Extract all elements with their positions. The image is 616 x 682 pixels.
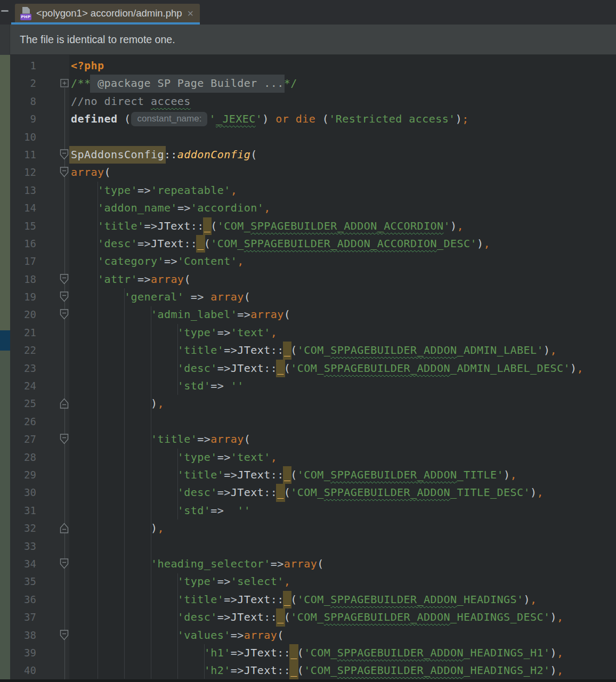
token: 'COM_ xyxy=(210,237,244,250)
token xyxy=(71,344,177,356)
code-line: 37 'desc'=>JText::_('COM_SPPAGEBUILDER_A… xyxy=(10,608,616,626)
line-number: 36 xyxy=(10,591,36,608)
code-line: 30 'desc'=>JText::_('COM_SPPAGEBUILDER_A… xyxy=(10,484,616,501)
token: => xyxy=(231,629,244,642)
fold-column xyxy=(36,75,69,92)
token: <?php xyxy=(71,59,104,72)
token: :: xyxy=(271,593,284,606)
token: ' xyxy=(209,112,216,125)
code-text: <?php xyxy=(69,57,616,75)
tab-admin-php[interactable]: PHP <polygon1> accordion/admin.php × xyxy=(15,4,200,22)
fold-column xyxy=(36,57,69,75)
token xyxy=(71,379,177,392)
code-text: 'general' => array( xyxy=(69,288,616,306)
token: => xyxy=(271,557,284,570)
fold-column xyxy=(36,360,69,377)
token: , xyxy=(550,344,557,356)
token xyxy=(71,184,98,197)
token: => xyxy=(224,468,237,481)
token: ' xyxy=(256,112,263,125)
token: ( xyxy=(284,362,291,375)
fold-toggle-icon[interactable] xyxy=(60,309,69,320)
token: 'general' xyxy=(124,290,184,303)
code-text: 'h2'=>JText::_('COM_SPPAGEBUILDER_ADDON_… xyxy=(69,662,616,679)
token: , xyxy=(557,664,564,677)
token xyxy=(71,237,98,250)
code-text: 'desc'=>JText::_('COM_SPPAGEBUILDER_ADDO… xyxy=(69,608,616,626)
token: 'COM_ xyxy=(304,664,337,677)
code-text: ), xyxy=(69,519,616,537)
token: , xyxy=(457,220,464,232)
fold-column xyxy=(36,110,69,128)
token: ( xyxy=(277,629,284,642)
token: , xyxy=(557,611,564,623)
line-number: 12 xyxy=(10,164,36,181)
tab-close-icon[interactable]: × xyxy=(182,8,194,19)
parameter-hint: constant_name: xyxy=(131,112,207,126)
code-line: 11SpAddonsConfig::addonConfig( xyxy=(10,146,616,164)
token: => xyxy=(137,273,151,286)
token: , xyxy=(271,326,278,339)
fold-column xyxy=(36,146,69,164)
token: 'repeatable' xyxy=(151,184,231,197)
token xyxy=(71,308,151,321)
token: //no direct xyxy=(71,95,151,108)
token: array xyxy=(71,166,104,178)
token: ) xyxy=(550,611,557,623)
line-number: 19 xyxy=(10,288,36,306)
token: 'title' xyxy=(177,468,224,481)
fold-toggle-icon[interactable] xyxy=(60,274,69,285)
token: 'title' xyxy=(151,433,197,445)
token: ) xyxy=(262,112,275,125)
fold-toggle-icon[interactable] xyxy=(60,434,69,444)
token: 'type' xyxy=(177,575,217,588)
token: :: xyxy=(164,148,177,161)
token: 'Content' xyxy=(177,255,237,267)
code-text: SpAddonsConfig::addonConfig( xyxy=(69,146,616,164)
fold-toggle-icon[interactable] xyxy=(60,558,69,569)
fold-toggle-icon[interactable] xyxy=(60,523,69,533)
fold-toggle-icon[interactable] xyxy=(60,291,69,302)
token: 'type' xyxy=(177,451,217,464)
code-text: 'title'=>JText::_('COM_SPPAGEBUILDER_ADD… xyxy=(69,342,616,359)
editor-tab-bar: PHP <polygon1> accordion/admin.php × xyxy=(0,0,616,25)
token: SPPAGEBUILDER_ADDON xyxy=(330,593,457,606)
fold-toggle-icon[interactable] xyxy=(60,149,69,160)
fold-column xyxy=(36,182,69,199)
line-number: 37 xyxy=(10,608,36,626)
token: _HEADINGS_H2' xyxy=(464,664,550,677)
token: 'title' xyxy=(177,344,224,356)
code-lines: 1<?php2/** @package SP Page Builder ...*… xyxy=(10,57,616,680)
fold-toggle-icon[interactable] xyxy=(60,167,69,177)
token: => xyxy=(197,433,210,445)
token: ; xyxy=(462,112,469,125)
token: _TITLE_DESC' xyxy=(450,486,530,499)
token xyxy=(71,201,98,214)
fold-column xyxy=(36,164,69,181)
token: :: xyxy=(277,646,290,659)
token: 'values' xyxy=(177,629,231,642)
code-line: 32 ), xyxy=(10,519,616,537)
token: _HEADINGS_DESC' xyxy=(450,611,550,623)
fold-expand-icon[interactable] xyxy=(60,79,69,87)
token: array xyxy=(210,433,244,445)
code-line: 38 'values'=>array( xyxy=(10,627,616,644)
fold-toggle-icon[interactable] xyxy=(60,630,69,640)
token xyxy=(289,112,296,125)
code-text: /** @package SP Page Builder ...*/ xyxy=(69,75,616,92)
fold-column xyxy=(36,306,69,323)
token: SPPAGEBUILDER_ADDON xyxy=(337,664,464,677)
token: , xyxy=(577,362,583,375)
code-text: 'type'=>'select', xyxy=(69,573,616,590)
token: => xyxy=(224,593,237,606)
fold-toggle-icon[interactable] xyxy=(60,398,69,409)
token: => xyxy=(217,486,231,499)
token: accees xyxy=(151,95,191,108)
token: => xyxy=(231,646,244,659)
code-line: 1<?php xyxy=(10,57,616,75)
token: ) xyxy=(550,664,557,677)
line-number: 30 xyxy=(10,484,36,501)
token: _TITLE' xyxy=(457,468,504,481)
token: 'std' xyxy=(177,504,210,517)
token: ) xyxy=(523,593,530,606)
